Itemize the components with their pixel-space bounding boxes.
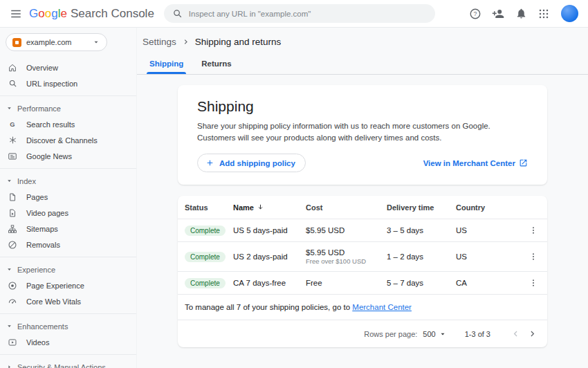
app-logo[interactable]: Google Search Console xyxy=(29,7,154,21)
page-icon xyxy=(8,192,17,202)
sort-arrow-down-icon xyxy=(257,203,264,211)
hamburger-icon xyxy=(10,8,22,20)
avatar[interactable] xyxy=(561,5,578,22)
breadcrumb: Settings Shipping and returns xyxy=(137,28,588,47)
chevron-down-icon xyxy=(92,38,100,46)
sidebar-item-pages[interactable]: Pages xyxy=(0,189,136,205)
sidebar-section-label: Enhancements xyxy=(17,322,68,331)
policy-cost: $5.95 USD Free over $100 USD xyxy=(306,248,387,265)
sidebar-item-discover-channels[interactable]: Discover & Channels xyxy=(0,132,136,148)
tab-shipping[interactable]: Shipping xyxy=(141,56,192,74)
hamburger-menu-button[interactable] xyxy=(7,5,25,23)
sidebar-item-page-experience[interactable]: Page Experience xyxy=(0,277,136,293)
help-button[interactable] xyxy=(466,5,484,23)
next-page-button[interactable] xyxy=(524,326,540,342)
column-header-name-label: Name xyxy=(233,203,254,212)
property-icon xyxy=(12,38,21,47)
table-row[interactable]: Complete US 5 days-paid $5.95 USD 3 – 5 … xyxy=(178,219,547,241)
notifications-button[interactable] xyxy=(512,5,530,23)
help-icon xyxy=(469,8,481,20)
policy-delivery-time: 3 – 5 days xyxy=(387,226,456,234)
breadcrumb-current: Shipping and returns xyxy=(195,37,282,47)
home-icon xyxy=(8,63,17,73)
add-user-button[interactable] xyxy=(489,5,507,23)
url-inspection-searchbar[interactable] xyxy=(164,4,435,23)
policy-delivery-time: 1 – 2 days xyxy=(387,252,456,261)
sidebar-item-video-pages[interactable]: Video pages xyxy=(0,205,136,221)
logo-letter: o xyxy=(45,7,51,21)
sidebar-divider xyxy=(0,168,136,169)
row-menu-button[interactable] xyxy=(524,274,542,292)
policy-country: US xyxy=(456,226,520,234)
search-icon xyxy=(8,79,17,88)
sidebar-item-sitemaps[interactable]: Sitemaps xyxy=(0,221,136,237)
breadcrumb-settings[interactable]: Settings xyxy=(143,37,176,47)
tab-bar: Shipping Returns xyxy=(137,56,588,75)
sidebar-divider xyxy=(0,313,136,314)
sidebar-item-label: Core Web Vitals xyxy=(26,297,81,306)
sidebar-divider xyxy=(0,257,136,257)
chevron-right-icon xyxy=(6,363,13,368)
sidebar-item-url-inspection[interactable]: URL inspection xyxy=(0,75,136,91)
sidebar-section-performance[interactable]: Performance xyxy=(0,100,136,116)
sidebar-item-label: Discover & Channels xyxy=(26,136,98,145)
footer-note-text: To manage all 7 of your shipping policie… xyxy=(185,303,352,311)
gauge-icon xyxy=(8,297,17,306)
sidebar-section-enhancements[interactable]: Enhancements xyxy=(0,318,136,334)
column-header-name[interactable]: Name xyxy=(233,203,306,212)
sidebar-item-core-web-vitals[interactable]: Core Web Vitals xyxy=(0,293,136,309)
kebab-menu-icon xyxy=(529,278,538,288)
person-add-icon xyxy=(492,8,504,20)
news-icon xyxy=(8,151,17,161)
property-name: example.com xyxy=(26,38,87,46)
search-input[interactable] xyxy=(189,10,427,18)
sidebar-section-security-manual-actions[interactable]: Security & Manual Actions xyxy=(0,359,136,368)
main-content: Settings Shipping and returns Shipping R… xyxy=(137,28,588,368)
sidebar: example.com Overview URL inspection Perf… xyxy=(0,28,137,368)
policy-name: US 5 days-paid xyxy=(233,226,306,234)
prev-page-button[interactable] xyxy=(507,326,524,342)
chevron-down-icon xyxy=(6,322,13,330)
sidebar-section-label: Index xyxy=(17,177,36,185)
video-icon xyxy=(8,338,17,347)
add-shipping-policy-button[interactable]: Add shipping policy xyxy=(197,154,306,172)
sidebar-item-overview[interactable]: Overview xyxy=(0,59,136,75)
apps-grid-button[interactable] xyxy=(535,5,553,23)
chevron-down-icon xyxy=(6,104,13,112)
column-header-delivery-time: Delivery time xyxy=(387,203,456,212)
sidebar-item-removals[interactable]: Removals xyxy=(0,237,136,252)
chevron-right-icon xyxy=(527,329,538,339)
policy-cost: $5.95 USD xyxy=(306,226,387,234)
row-menu-button[interactable] xyxy=(524,248,542,266)
table-row[interactable]: Complete US 2 days-paid $5.95 USD Free o… xyxy=(178,241,547,271)
property-selector[interactable]: example.com xyxy=(6,33,107,51)
chevron-right-icon xyxy=(181,37,190,46)
policy-name: CA 7 days-free xyxy=(233,279,306,287)
sidebar-section-experience[interactable]: Experience xyxy=(0,261,136,277)
sidebar-item-label: Sitemaps xyxy=(26,225,58,233)
column-header-status: Status xyxy=(185,203,233,212)
sidebar-divider xyxy=(0,354,136,355)
logo-letter: g xyxy=(51,7,57,21)
table-pagination: Rows per page: 500 1-3 of 3 xyxy=(178,320,547,347)
external-link-icon xyxy=(519,158,528,167)
sidebar-item-search-results[interactable]: Search results xyxy=(0,116,136,132)
sidebar-item-label: Page Experience xyxy=(26,282,84,290)
sitemap-icon xyxy=(8,224,17,234)
sidebar-item-videos[interactable]: Videos xyxy=(0,334,136,350)
merchant-center-footer-link[interactable]: Merchant Center xyxy=(352,303,412,311)
merchant-center-link-label: View in Merchant Center xyxy=(423,159,515,167)
view-in-merchant-center-link[interactable]: View in Merchant Center xyxy=(423,158,528,167)
rows-per-page-select[interactable]: 500 xyxy=(423,330,446,338)
tab-returns[interactable]: Returns xyxy=(193,56,239,74)
shipping-intro-card: Shipping Share your shipping policy info… xyxy=(178,85,547,185)
sidebar-item-label: Overview xyxy=(26,64,58,72)
sidebar-item-google-news[interactable]: Google News xyxy=(0,148,136,164)
row-menu-button[interactable] xyxy=(524,221,542,239)
status-badge: Complete xyxy=(185,226,226,236)
sidebar-section-index[interactable]: Index xyxy=(0,173,136,189)
sidebar-item-label: Google News xyxy=(26,152,72,160)
table-row[interactable]: Complete CA 7 days-free Free 5 – 7 days … xyxy=(178,271,547,294)
policy-cost: Free xyxy=(306,279,387,287)
table-header-row: Status Name Cost Delivery time Country xyxy=(178,196,547,219)
